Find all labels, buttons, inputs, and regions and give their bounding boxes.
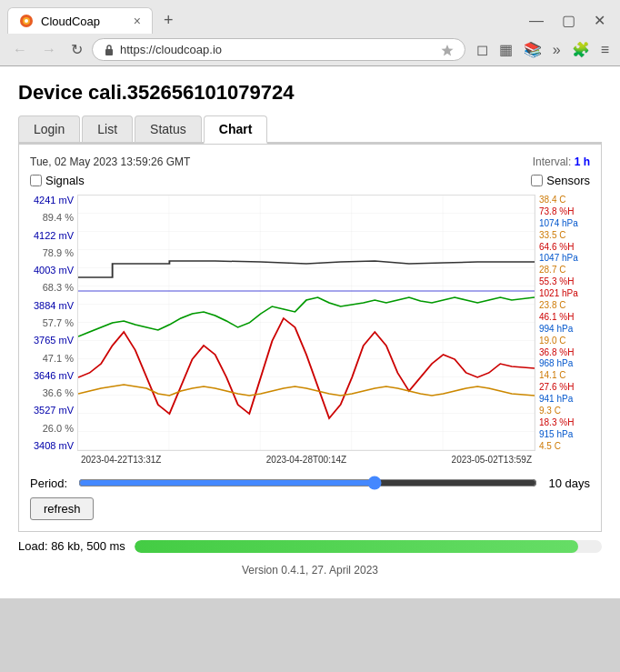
y-left-14: 3408 mV: [30, 440, 74, 451]
pocket-icon[interactable]: ◻: [473, 37, 492, 62]
y-left-8: 3765 mV: [30, 335, 74, 346]
firefox-icon: [19, 14, 34, 28]
chart-y-right: 38.4 C 73.8 %H 1074 hPa 33.5 C 64.6 %H 1…: [535, 195, 590, 451]
signals-checkbox[interactable]: [30, 175, 42, 186]
page-content: Device cali.352656101079724 Login List S…: [0, 66, 620, 598]
sensors-checkbox-group: Sensors: [531, 174, 590, 187]
browser-minimize-icon[interactable]: —: [522, 9, 551, 33]
y-left-2: 4122 mV: [30, 230, 74, 241]
y-right-20: 915 hPa: [539, 429, 590, 439]
y-right-2: 1074 hPa: [539, 218, 590, 228]
y-right-15: 14.1 C: [539, 370, 590, 380]
y-right-12: 19.0 C: [539, 336, 590, 346]
address-bar[interactable]: https://cloudcoap.io: [92, 38, 465, 61]
period-row: Period: 10 days: [30, 476, 590, 490]
y-right-14: 968 hPa: [539, 358, 590, 368]
browser-controls-row: ← → ↻ https://cloudcoap.io ◻ ▦ 📚 » 🧩 ≡: [0, 34, 620, 65]
tab-chart[interactable]: Chart: [204, 115, 268, 144]
y-left-9: 47.1 %: [30, 353, 74, 364]
forward-button[interactable]: →: [36, 38, 62, 62]
new-tab-button[interactable]: +: [156, 7, 181, 34]
y-right-16: 27.6 %H: [539, 382, 590, 392]
y-right-8: 1021 hPa: [539, 288, 590, 298]
y-right-4: 64.6 %H: [539, 242, 590, 252]
hamburger-menu[interactable]: ≡: [597, 37, 613, 62]
svg-marker-4: [441, 45, 453, 55]
y-right-9: 23.8 C: [539, 300, 590, 310]
y-left-12: 3527 mV: [30, 405, 74, 416]
lock-icon: [104, 44, 115, 56]
y-left-3: 78.9 %: [30, 247, 74, 258]
y-left-6: 3884 mV: [30, 300, 74, 311]
reload-button[interactable]: ↻: [65, 37, 88, 62]
browser-tab[interactable]: CloudCoap ×: [7, 7, 153, 34]
back-button[interactable]: ←: [7, 38, 33, 62]
url-display: https://cloudcoap.io: [120, 43, 435, 56]
chart-date: Tue, 02 May 2023 13:59:26 GMT: [30, 155, 190, 168]
chart-y-left: 4241 mV 89.4 % 4122 mV 78.9 % 4003 mV 68…: [30, 195, 77, 451]
y-right-18: 9.3 C: [539, 406, 590, 416]
browser-close-icon[interactable]: ✕: [586, 8, 613, 33]
checkboxes-row: Signals Sensors: [30, 174, 590, 187]
signals-label: Signals: [45, 174, 85, 187]
period-slider[interactable]: [78, 476, 537, 490]
y-right-1: 73.8 %H: [539, 206, 590, 216]
svg-point-2: [25, 19, 28, 23]
history-icon[interactable]: ▦: [495, 37, 516, 62]
signals-checkbox-group: Signals: [30, 174, 85, 187]
y-left-4: 4003 mV: [30, 265, 74, 276]
library-icon[interactable]: 📚: [520, 37, 545, 62]
tab-title: CloudCoap: [41, 15, 126, 28]
y-left-1: 89.4 %: [30, 212, 74, 223]
y-right-21: 4.5 C: [539, 441, 590, 451]
footer-text: Version 0.4.1, 27. April 2023: [242, 564, 378, 577]
x-label-2: 2023-05-02T13:59Z: [452, 455, 532, 465]
sensors-checkbox[interactable]: [531, 175, 543, 186]
browser-toolbar-icons: ◻ ▦ 📚 » 🧩 ≡: [473, 37, 613, 62]
tab-status[interactable]: Status: [135, 115, 202, 142]
star-icon[interactable]: [441, 44, 454, 56]
load-row: Load: 86 kb, 500 ms: [18, 532, 602, 560]
x-label-0: 2023-04-22T13:31Z: [81, 455, 161, 465]
y-right-7: 55.3 %H: [539, 276, 590, 286]
chart-interval: Interval: 1 h: [533, 155, 590, 168]
tab-close-button[interactable]: ×: [134, 14, 141, 28]
extensions-icon[interactable]: 🧩: [568, 37, 594, 62]
y-right-19: 18.3 %H: [539, 417, 590, 427]
load-bar: [135, 540, 578, 553]
y-right-5: 1047 hPa: [539, 253, 590, 263]
svg-rect-9: [78, 196, 535, 450]
y-right-13: 36.8 %H: [539, 347, 590, 357]
page-title: Device cali.352656101079724: [18, 81, 602, 105]
y-right-11: 994 hPa: [539, 324, 590, 334]
y-right-17: 941 hPa: [539, 394, 590, 404]
footer: Version 0.4.1, 27. April 2023: [18, 560, 602, 584]
y-left-13: 26.0 %: [30, 423, 74, 434]
chart-area: 4241 mV 89.4 % 4122 mV 78.9 % 4003 mV 68…: [30, 195, 590, 451]
period-value: 10 days: [548, 476, 590, 490]
y-left-11: 36.6 %: [30, 387, 74, 398]
overflow-button[interactable]: »: [549, 37, 565, 62]
tab-login[interactable]: Login: [18, 115, 80, 142]
y-right-10: 46.1 %H: [539, 312, 590, 322]
x-label-1: 2023-04-28T00:14Z: [266, 455, 346, 465]
y-left-0: 4241 mV: [30, 195, 74, 206]
refresh-button[interactable]: refresh: [30, 497, 94, 520]
sensors-label: Sensors: [546, 174, 590, 187]
svg-rect-3: [105, 49, 113, 55]
load-bar-container: [135, 540, 602, 553]
y-right-3: 33.5 C: [539, 230, 590, 240]
y-left-7: 57.7 %: [30, 317, 74, 328]
y-left-5: 68.3 %: [30, 282, 74, 293]
y-right-0: 38.4 C: [539, 195, 590, 205]
browser-titlebar: CloudCoap × + — ▢ ✕: [0, 0, 620, 34]
chart-svg: [78, 196, 535, 450]
browser-chrome: CloudCoap × + — ▢ ✕ ← → ↻ https://cloudc…: [0, 0, 620, 66]
tab-list[interactable]: List: [82, 115, 133, 142]
y-right-6: 28.7 C: [539, 265, 590, 275]
chart-panel: Tue, 02 May 2023 13:59:26 GMT Interval: …: [18, 144, 602, 532]
browser-maximize-icon[interactable]: ▢: [555, 8, 583, 33]
tab-bar: Login List Status Chart: [18, 115, 602, 144]
chart-x-labels: 2023-04-22T13:31Z 2023-04-28T00:14Z 2023…: [81, 455, 532, 465]
y-left-10: 3646 mV: [30, 370, 74, 381]
